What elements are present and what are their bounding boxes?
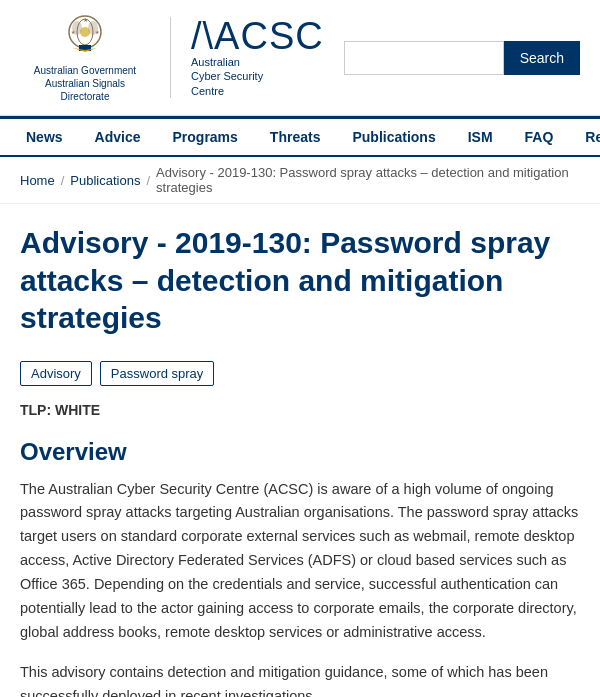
site-header: ★ ★ ★ Australian Government Australian S… xyxy=(0,0,600,116)
tlp-label: TLP: WHITE xyxy=(20,402,580,418)
tags-container: Advisory Password spray xyxy=(20,361,580,386)
search-area: Search xyxy=(344,41,580,75)
nav-item-publications[interactable]: Publications xyxy=(336,119,451,155)
tag-advisory[interactable]: Advisory xyxy=(20,361,92,386)
nav-link-advice[interactable]: Advice xyxy=(79,119,157,155)
tag-password-spray[interactable]: Password spray xyxy=(100,361,214,386)
nav-item-programs[interactable]: Programs xyxy=(157,119,254,155)
nav-link-news[interactable]: News xyxy=(10,119,79,155)
breadcrumb-sep2: / xyxy=(146,173,150,188)
svg-text:★: ★ xyxy=(83,17,88,23)
main-nav: News Advice Programs Threats Publication… xyxy=(0,116,600,157)
nav-item-news[interactable]: News xyxy=(10,119,79,155)
nav-item-threats[interactable]: Threats xyxy=(254,119,337,155)
nav-item-faq[interactable]: FAQ xyxy=(509,119,570,155)
breadcrumb-publications[interactable]: Publications xyxy=(70,173,140,188)
breadcrumb-home[interactable]: Home xyxy=(20,173,55,188)
nav-link-ism[interactable]: ISM xyxy=(452,119,509,155)
acsc-sub2: Cyber Security xyxy=(191,70,263,82)
nav-link-threats[interactable]: Threats xyxy=(254,119,337,155)
main-content: Advisory - 2019-130: Password spray atta… xyxy=(0,204,600,697)
svg-point-6 xyxy=(80,27,90,37)
nav-item-advice[interactable]: Advice xyxy=(79,119,157,155)
acsc-title-text: /\ACSC xyxy=(191,17,324,55)
breadcrumb-sep1: / xyxy=(61,173,65,188)
search-button[interactable]: Search xyxy=(504,41,580,75)
overview-heading: Overview xyxy=(20,438,580,466)
breadcrumb: Home / Publications / Advisory - 2019-13… xyxy=(0,157,600,204)
nav-link-faq[interactable]: FAQ xyxy=(509,119,570,155)
acsc-sub3: Centre xyxy=(191,85,224,97)
nav-item-reportcyber[interactable]: ReportCyber xyxy=(569,119,600,155)
gov-crest-icon: ★ ★ ★ xyxy=(59,12,111,64)
acsc-sub1: Australian xyxy=(191,56,240,68)
svg-text:★: ★ xyxy=(95,29,100,35)
search-input[interactable] xyxy=(344,41,504,75)
overview-body-1: The Australian Cyber Security Centre (AC… xyxy=(20,478,580,645)
nav-link-publications[interactable]: Publications xyxy=(336,119,451,155)
overview-body-2: This advisory contains detection and mit… xyxy=(20,661,580,697)
breadcrumb-current: Advisory - 2019-130: Password spray atta… xyxy=(156,165,580,195)
nav-link-programs[interactable]: Programs xyxy=(157,119,254,155)
gov-logo-area: ★ ★ ★ Australian Government Australian S… xyxy=(20,12,150,103)
nav-item-ism[interactable]: ISM xyxy=(452,119,509,155)
gov-line2: Australian Signals Directorate xyxy=(20,77,150,103)
acsc-subtitle: Australian Cyber Security Centre xyxy=(191,55,324,98)
page-title: Advisory - 2019-130: Password spray atta… xyxy=(20,224,580,337)
gov-text: Australian Government Australian Signals… xyxy=(20,64,150,103)
gov-line1: Australian Government xyxy=(20,64,150,77)
nav-link-reportcyber[interactable]: ReportCyber xyxy=(569,119,600,155)
acsc-logo: /\ACSC Australian Cyber Security Centre xyxy=(170,17,324,98)
